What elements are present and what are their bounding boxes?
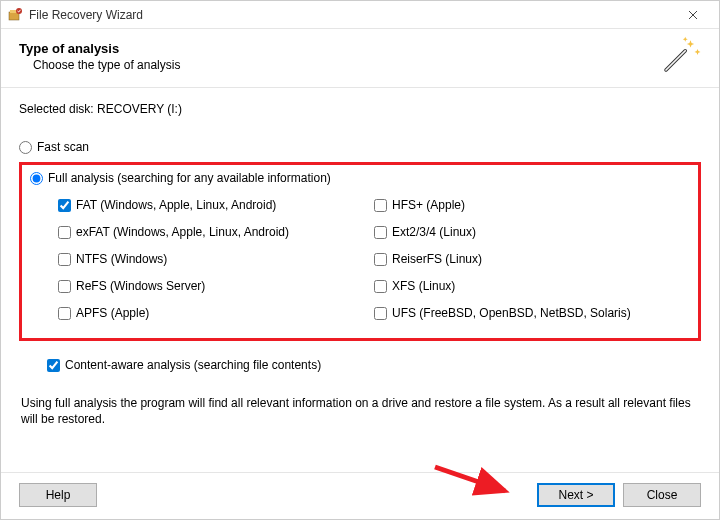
full-analysis-label: Full analysis (searching for any availab… <box>48 171 331 185</box>
wizard-window: File Recovery Wizard Type of analysis Ch… <box>0 0 720 520</box>
filesystem-option[interactable]: exFAT (Windows, Apple, Linux, Android) <box>58 220 374 244</box>
page-title: Type of analysis <box>19 41 659 56</box>
filesystem-label: ReiserFS (Linux) <box>392 252 482 266</box>
full-analysis-highlight: Full analysis (searching for any availab… <box>19 162 701 341</box>
full-analysis-option[interactable]: Full analysis (searching for any availab… <box>30 171 690 185</box>
titlebar: File Recovery Wizard <box>1 1 719 29</box>
help-button[interactable]: Help <box>19 483 97 507</box>
filesystem-option[interactable]: UFS (FreeBSD, OpenBSD, NetBSD, Solaris) <box>374 301 690 325</box>
selected-disk-label: Selected disk: RECOVERY (I:) <box>19 102 701 116</box>
page-subtitle: Choose the type of analysis <box>33 58 659 72</box>
filesystem-label: FAT (Windows, Apple, Linux, Android) <box>76 198 276 212</box>
filesystem-label: ReFS (Windows Server) <box>76 279 205 293</box>
filesystem-label: NTFS (Windows) <box>76 252 167 266</box>
filesystem-option[interactable]: HFS+ (Apple) <box>374 193 690 217</box>
filesystem-checkbox[interactable] <box>374 307 387 320</box>
fast-scan-label: Fast scan <box>37 140 89 154</box>
filesystem-checkbox[interactable] <box>58 307 71 320</box>
filesystem-option[interactable]: FAT (Windows, Apple, Linux, Android) <box>58 193 374 217</box>
filesystem-checkbox[interactable] <box>58 280 71 293</box>
wizard-icon <box>659 35 701 77</box>
filesystem-option[interactable]: APFS (Apple) <box>58 301 374 325</box>
filesystem-column-left: FAT (Windows, Apple, Linux, Android)exFA… <box>58 193 374 328</box>
filesystem-option[interactable]: XFS (Linux) <box>374 274 690 298</box>
filesystem-option[interactable]: Ext2/3/4 (Linux) <box>374 220 690 244</box>
filesystem-checkbox[interactable] <box>374 199 387 212</box>
app-icon <box>7 7 23 23</box>
filesystem-checkbox[interactable] <box>58 199 71 212</box>
close-button[interactable]: Close <box>623 483 701 507</box>
filesystem-option[interactable]: ReiserFS (Linux) <box>374 247 690 271</box>
filesystem-checkbox[interactable] <box>374 253 387 266</box>
filesystem-label: Ext2/3/4 (Linux) <box>392 225 476 239</box>
close-icon[interactable] <box>673 1 713 28</box>
filesystem-checkbox[interactable] <box>58 253 71 266</box>
fast-scan-radio[interactable] <box>19 141 32 154</box>
window-title: File Recovery Wizard <box>29 8 673 22</box>
filesystem-grid: FAT (Windows, Apple, Linux, Android)exFA… <box>30 193 690 328</box>
filesystem-column-right: HFS+ (Apple)Ext2/3/4 (Linux)ReiserFS (Li… <box>374 193 690 328</box>
button-bar: Help Next > Close <box>1 472 719 519</box>
filesystem-label: exFAT (Windows, Apple, Linux, Android) <box>76 225 289 239</box>
next-button[interactable]: Next > <box>537 483 615 507</box>
content-aware-checkbox[interactable] <box>47 359 60 372</box>
fast-scan-option[interactable]: Fast scan <box>19 140 701 154</box>
content-area: Selected disk: RECOVERY (I:) Fast scan F… <box>1 88 719 472</box>
filesystem-label: APFS (Apple) <box>76 306 149 320</box>
filesystem-label: UFS (FreeBSD, OpenBSD, NetBSD, Solaris) <box>392 306 631 320</box>
filesystem-label: XFS (Linux) <box>392 279 455 293</box>
filesystem-checkbox[interactable] <box>374 226 387 239</box>
info-text: Using full analysis the program will fin… <box>19 395 701 427</box>
filesystem-option[interactable]: ReFS (Windows Server) <box>58 274 374 298</box>
content-aware-option[interactable]: Content-aware analysis (searching file c… <box>47 353 701 377</box>
full-analysis-radio[interactable] <box>30 172 43 185</box>
filesystem-label: HFS+ (Apple) <box>392 198 465 212</box>
filesystem-checkbox[interactable] <box>58 226 71 239</box>
filesystem-checkbox[interactable] <box>374 280 387 293</box>
content-aware-label: Content-aware analysis (searching file c… <box>65 358 321 372</box>
filesystem-option[interactable]: NTFS (Windows) <box>58 247 374 271</box>
wizard-header: Type of analysis Choose the type of anal… <box>1 29 719 88</box>
